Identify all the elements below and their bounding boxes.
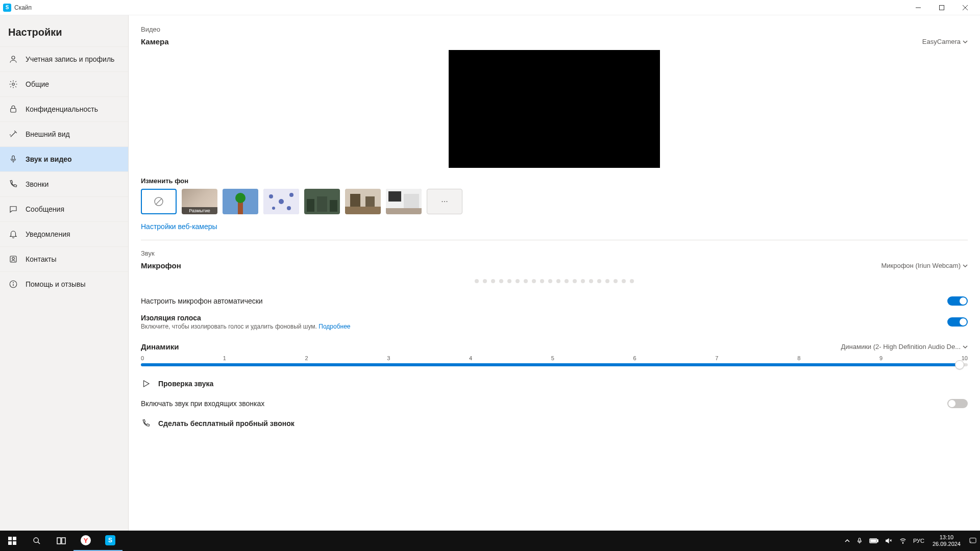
svg-point-21 bbox=[289, 193, 293, 197]
sidebar-item-calls[interactable]: Звонки bbox=[0, 171, 128, 196]
test-audio-button[interactable]: Проверка звука bbox=[141, 372, 968, 395]
sidebar-item-help[interactable]: Помощь и отзывы bbox=[0, 271, 128, 296]
sidebar-item-notifications[interactable]: Уведомления bbox=[0, 221, 128, 246]
chevron-down-icon bbox=[963, 39, 968, 44]
sidebar-item-general[interactable]: Общие bbox=[0, 71, 128, 96]
tray-chevron-icon[interactable] bbox=[842, 531, 853, 551]
skype-icon: S bbox=[3, 4, 11, 12]
tray-wifi-icon[interactable] bbox=[896, 531, 910, 551]
svg-point-20 bbox=[279, 199, 284, 204]
bg-option-none[interactable] bbox=[141, 189, 177, 214]
camera-device-value: EasyCamera bbox=[922, 38, 961, 45]
change-bg-label: Изменить фон bbox=[141, 177, 968, 185]
sidebar-item-label: Конфиденциальность bbox=[26, 105, 98, 114]
close-button[interactable] bbox=[953, 0, 977, 15]
task-view-button[interactable] bbox=[49, 531, 74, 551]
contacts-icon bbox=[8, 254, 18, 264]
maximize-button[interactable] bbox=[930, 0, 953, 15]
svg-rect-30 bbox=[350, 194, 360, 207]
taskbar-app-skype[interactable]: S bbox=[98, 531, 122, 551]
sidebar-title: Настройки bbox=[0, 20, 128, 46]
svg-rect-6 bbox=[11, 109, 16, 113]
svg-rect-29 bbox=[345, 207, 381, 214]
content: Видео Камера EasyCamera Изменить фон Раз… bbox=[129, 15, 980, 531]
taskbar-app-yandex[interactable]: Y bbox=[74, 531, 98, 551]
webcam-settings-link[interactable]: Настройки веб-камеры bbox=[141, 222, 968, 231]
tray-clock[interactable]: 13:10 26.09.2024 bbox=[927, 534, 966, 547]
tray-volume-icon[interactable] bbox=[881, 531, 896, 551]
sidebar-item-label: Помощь и отзывы bbox=[26, 280, 86, 289]
svg-rect-26 bbox=[317, 196, 327, 212]
tray-battery-icon[interactable] bbox=[866, 531, 881, 551]
test-call-button[interactable]: Сделать бесплатный пробный звонок bbox=[141, 412, 968, 435]
test-audio-label: Проверка звука bbox=[158, 380, 213, 388]
chevron-down-icon bbox=[963, 263, 968, 268]
mic-header: Микрофон Микрофон (Iriun Webcam) bbox=[141, 261, 968, 270]
volume-slider-thumb[interactable] bbox=[955, 360, 964, 369]
sidebar-item-appearance[interactable]: Внешний вид bbox=[0, 121, 128, 146]
svg-rect-27 bbox=[330, 200, 337, 212]
svg-point-19 bbox=[269, 194, 273, 198]
minimize-button[interactable] bbox=[906, 0, 930, 15]
mic-level-meter bbox=[141, 279, 968, 283]
bg-option-5[interactable] bbox=[386, 189, 422, 214]
ring-incoming-toggle[interactable] bbox=[947, 399, 968, 408]
svg-marker-49 bbox=[886, 539, 889, 543]
bg-option-4[interactable] bbox=[345, 189, 381, 214]
svg-rect-37 bbox=[8, 537, 12, 540]
wand-icon bbox=[8, 129, 18, 139]
svg-point-41 bbox=[34, 538, 38, 542]
volume-slider[interactable] bbox=[141, 363, 968, 366]
bg-option-1[interactable] bbox=[223, 189, 258, 214]
titlebar: S Скайп bbox=[0, 0, 980, 15]
start-button[interactable] bbox=[0, 531, 24, 551]
camera-dropdown[interactable]: EasyCamera bbox=[922, 38, 968, 45]
svg-line-14 bbox=[156, 198, 162, 205]
speakers-title: Динамики bbox=[141, 342, 179, 351]
bg-option-2[interactable] bbox=[263, 189, 299, 214]
sidebar-item-label: Общие bbox=[26, 80, 49, 89]
mic-dropdown[interactable]: Микрофон (Iriun Webcam) bbox=[881, 262, 968, 269]
tray-language[interactable]: РУС bbox=[910, 531, 927, 551]
auto-mic-toggle[interactable] bbox=[947, 296, 968, 306]
sidebar-item-label: Контакты bbox=[26, 255, 56, 264]
svg-line-42 bbox=[38, 542, 40, 544]
volume-slider-ticks: 0 1 2 3 4 5 6 7 8 9 10 bbox=[141, 355, 968, 361]
sidebar-item-account[interactable]: Учетная запись и профиль bbox=[0, 46, 128, 71]
bg-option-3[interactable] bbox=[304, 189, 340, 214]
sidebar-item-audio-video[interactable]: Звук и видео bbox=[0, 146, 128, 171]
tray-notifications-icon[interactable] bbox=[966, 531, 980, 551]
blur-label: Размытие bbox=[182, 207, 217, 214]
svg-point-23 bbox=[272, 207, 275, 210]
window-controls bbox=[906, 0, 977, 15]
sidebar-item-label: Внешний вид bbox=[26, 130, 70, 139]
app-title: Скайп bbox=[14, 4, 32, 11]
svg-rect-47 bbox=[877, 540, 878, 542]
svg-point-12 bbox=[13, 282, 14, 283]
camera-preview bbox=[449, 50, 660, 168]
sidebar-item-label: Учетная запись и профиль bbox=[26, 55, 114, 64]
sidebar-item-contacts[interactable]: Контакты bbox=[0, 246, 128, 271]
volume-slider-fill bbox=[141, 363, 960, 366]
play-icon bbox=[141, 379, 151, 389]
test-call-label: Сделать бесплатный пробный звонок bbox=[158, 419, 295, 428]
bg-option-more[interactable]: ··· bbox=[427, 189, 462, 214]
speakers-dropdown[interactable]: Динамики (2- High Definition Audio De... bbox=[841, 343, 968, 350]
sidebar-item-privacy[interactable]: Конфиденциальность bbox=[0, 96, 128, 121]
svg-rect-35 bbox=[386, 208, 422, 214]
bg-option-blur[interactable]: Размытие bbox=[182, 189, 217, 214]
voice-iso-toggle[interactable] bbox=[947, 317, 968, 327]
svg-point-52 bbox=[902, 543, 903, 543]
tray-mic-icon[interactable] bbox=[853, 531, 866, 551]
voice-isolation-row: Изоляция голоса Включите, чтобы изолиров… bbox=[141, 310, 968, 334]
bell-icon bbox=[8, 229, 18, 239]
sidebar-item-label: Уведомления bbox=[26, 230, 70, 239]
voice-iso-more-link[interactable]: Подробнее bbox=[318, 323, 350, 330]
sidebar-item-messages[interactable]: Сообщения bbox=[0, 196, 128, 221]
svg-point-5 bbox=[12, 83, 15, 86]
phone-icon bbox=[141, 418, 151, 429]
person-icon bbox=[8, 54, 18, 64]
search-button[interactable] bbox=[24, 531, 49, 551]
divider bbox=[141, 240, 968, 240]
none-icon bbox=[154, 196, 164, 207]
